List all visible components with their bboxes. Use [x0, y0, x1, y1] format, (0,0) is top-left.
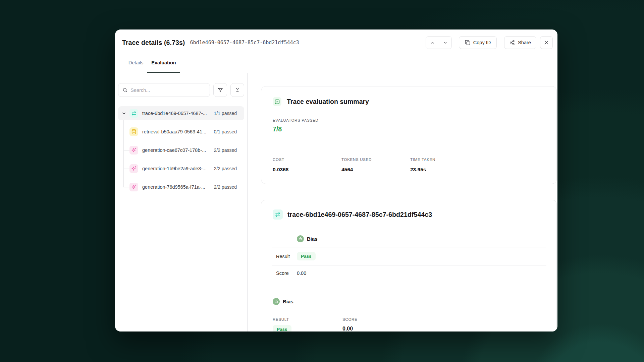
result-pass-badge: Pass	[297, 252, 316, 260]
collapse-all-button[interactable]	[230, 83, 244, 97]
stat-cost: COST 0.0368	[273, 158, 341, 173]
tab-details[interactable]: Details	[124, 59, 147, 73]
trace-icon	[273, 209, 283, 220]
sparkles-icon	[129, 146, 138, 155]
trace-evaluation-summary-card: Trace evaluation summary EVALUATORS PASS…	[261, 86, 557, 184]
evaluation-content: Trace evaluation summary EVALUATORS PASS…	[248, 73, 557, 331]
stat-value: 4564	[341, 167, 410, 173]
trace-detail-header: trace-6bd1e469-0657-4687-85c7-6bd21df544…	[273, 209, 546, 220]
trace-details-modal: Trace details (6.73s) 6bd1e469-0657-4687…	[115, 29, 557, 331]
bot-icon	[273, 298, 280, 305]
summary-card-title: Trace evaluation summary	[287, 98, 369, 106]
evaluators-passed-label: EVALUATORS PASSED	[273, 118, 546, 122]
modal-body: trace-6bd1e469-0657-4687-... 1/1 passed …	[115, 73, 557, 331]
node-pass-count: 2/2 passed	[214, 147, 237, 153]
bot-icon	[297, 235, 304, 242]
result-label: Result	[276, 254, 297, 259]
node-pass-count: 0/1 passed	[214, 129, 237, 134]
tree-row-retrieval[interactable]: retrieval-b50aaa79-0563-41... 0/1 passed	[118, 125, 244, 139]
summary-result-badge: Pass	[273, 325, 291, 331]
summary-result-column: RESULT Pass	[273, 317, 342, 331]
trace-icon	[129, 109, 138, 118]
node-label: trace-6bd1e469-0657-4687-...	[142, 111, 207, 116]
database-icon	[129, 127, 138, 136]
share-icon	[509, 40, 515, 45]
trace-tree: trace-6bd1e469-0657-4687-... 1/1 passed …	[118, 106, 244, 194]
sparkles-icon	[129, 183, 138, 191]
stat-value: 23.95s	[410, 167, 479, 173]
trace-nav-group	[426, 36, 452, 49]
tree-row-generation-2[interactable]: generation-1b9be2a9-ade3-... 2/2 passed	[118, 162, 244, 176]
node-label: generation-cae67c07-178b-...	[142, 147, 206, 153]
node-label: retrieval-b50aaa79-0563-41...	[142, 129, 206, 134]
summary-stats: COST 0.0368 TOKENS USED 4564 TIME TAKEN …	[273, 158, 546, 173]
stat-label: TOKENS USED	[341, 158, 410, 162]
search-row	[118, 83, 244, 97]
modal-header: Trace details (6.73s) 6bd1e469-0657-4687…	[115, 29, 557, 49]
copy-id-label: Copy ID	[473, 40, 491, 45]
result-row: Result Pass	[273, 247, 546, 265]
close-button[interactable]	[540, 36, 553, 49]
tab-evaluation[interactable]: Evaluation	[147, 59, 180, 73]
dashed-divider	[273, 146, 546, 146]
node-label: generation-76d9565a-f71a-...	[142, 184, 205, 190]
tree-row-generation-3[interactable]: generation-76d9565a-f71a-... 2/2 passed	[118, 180, 244, 194]
summary-score-column: SCORE 0.00	[342, 317, 412, 331]
sparkles-icon	[129, 164, 138, 173]
chevron-up-icon	[430, 40, 435, 45]
share-label: Share	[518, 40, 531, 45]
close-icon	[544, 40, 549, 45]
score-label: Score	[276, 270, 297, 276]
evaluators-passed-value: 7/8	[273, 125, 546, 133]
next-trace-button[interactable]	[439, 37, 451, 49]
trace-detail-title: trace-6bd1e469-0657-4687-85c7-6bd21df544…	[287, 211, 432, 219]
evaluator-name: Bias	[307, 236, 318, 242]
copy-id-button[interactable]: Copy ID	[459, 36, 497, 49]
stat-tokens-used: TOKENS USED 4564	[341, 158, 410, 173]
tree-row-trace[interactable]: trace-6bd1e469-0657-4687-... 1/1 passed	[118, 106, 244, 120]
evaluator-name: Bias	[283, 299, 293, 304]
node-pass-count: 1/1 passed	[214, 111, 237, 116]
node-label: generation-1b9be2a9-ade3-...	[142, 166, 207, 171]
node-pass-count: 2/2 passed	[214, 166, 237, 171]
summary-result-label: RESULT	[273, 317, 342, 321]
summary-bias-header: Bias	[273, 298, 546, 305]
search-input[interactable]	[130, 87, 206, 93]
tree-row-generation-1[interactable]: generation-cae67c07-178b-... 2/2 passed	[118, 143, 244, 157]
check-square-icon	[273, 97, 281, 106]
summary-score-label: SCORE	[342, 317, 412, 321]
previous-trace-button[interactable]	[426, 37, 439, 49]
evaluator-bias-header: Bias	[297, 235, 546, 242]
filter-button[interactable]	[213, 83, 227, 97]
stat-label: COST	[273, 158, 341, 162]
search-icon	[122, 87, 127, 93]
stat-value: 0.0368	[273, 167, 341, 173]
trace-tree-sidebar: trace-6bd1e469-0657-4687-... 1/1 passed …	[115, 73, 248, 331]
summary-card-header: Trace evaluation summary	[273, 97, 546, 106]
chevron-down-icon	[443, 40, 448, 45]
score-row: Score 0.00	[273, 265, 546, 281]
stat-label: TIME TAKEN	[410, 158, 479, 162]
bias-summary-grid: RESULT Pass SCORE 0.00	[273, 317, 546, 331]
header-actions: Copy ID Share	[426, 36, 553, 49]
collapse-vertical-icon	[234, 87, 240, 93]
stat-time-taken: TIME TAKEN 23.95s	[410, 158, 479, 173]
score-value: 0.00	[297, 270, 306, 276]
trace-detail-card: trace-6bd1e469-0657-4687-85c7-6bd21df544…	[261, 200, 557, 331]
trace-id: 6bd1e469-0657-4687-85c7-6bd21df544c3	[190, 40, 299, 46]
expand-chevron-icon[interactable]	[121, 111, 127, 116]
share-button[interactable]: Share	[504, 36, 536, 49]
modal-title: Trace details (6.73s)	[122, 39, 185, 47]
summary-score-value: 0.00	[342, 326, 412, 331]
tab-bar: Details Evaluation	[115, 59, 557, 73]
filter-icon	[217, 87, 223, 93]
search-box[interactable]	[118, 83, 210, 97]
node-pass-count: 2/2 passed	[214, 184, 237, 190]
copy-icon	[465, 40, 470, 45]
